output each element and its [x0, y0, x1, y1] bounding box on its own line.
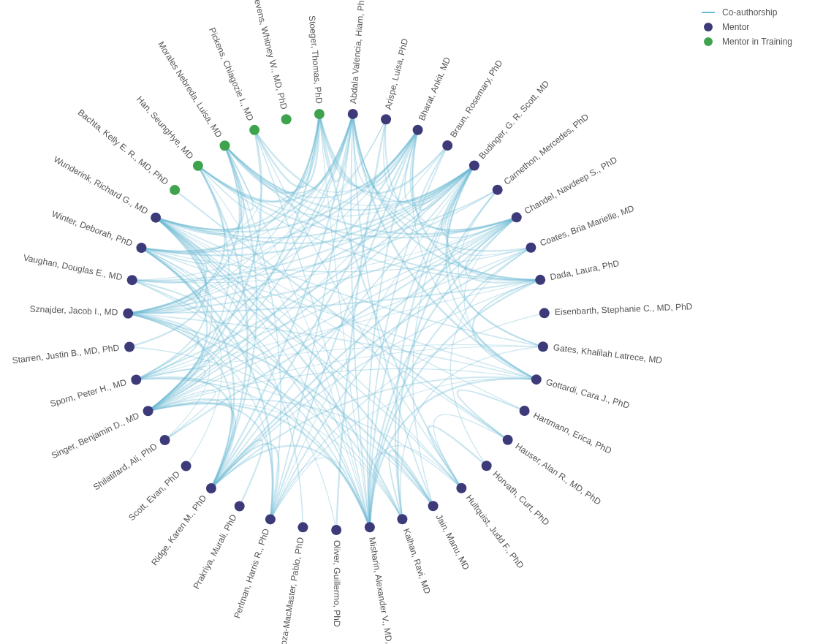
- node-mentor[interactable]: [131, 374, 141, 384]
- node-label: Jain, Manu, MD: [434, 512, 472, 572]
- node-label: Hartmann, Erica, PhD: [532, 410, 614, 456]
- node-mentor[interactable]: [539, 308, 550, 318]
- node-label: Singer, Benjamin D., MD: [50, 410, 141, 461]
- node-trainee[interactable]: [249, 125, 259, 135]
- node-mentor[interactable]: [469, 161, 479, 171]
- node-mentor[interactable]: [456, 483, 466, 493]
- legend-trainee: Mentor in Training: [704, 37, 792, 47]
- node-label: Chandel, Navdeep S., PhD: [523, 154, 619, 216]
- node-label: Coates, Bria Marielle, MD: [539, 203, 636, 249]
- legend-trainee-icon: [704, 37, 713, 46]
- node-trainee[interactable]: [170, 185, 180, 195]
- labels-layer: Abdala Valencia, Hiam, PhDArispe, Luisa,…: [12, 0, 693, 644]
- node-mentor[interactable]: [151, 213, 161, 223]
- node-label: Scott, Evan, PhD: [126, 469, 182, 523]
- node-mentor[interactable]: [331, 525, 341, 535]
- node-trainee[interactable]: [281, 114, 292, 124]
- node-mentor[interactable]: [428, 501, 439, 511]
- node-mentor[interactable]: [365, 522, 375, 532]
- node-label: Horvath, Curt, PhD: [490, 469, 551, 528]
- legend: Co-authorship Mentor Mentor in Training: [702, 7, 792, 47]
- node-label: Stevens, Whitney W., MD, PhD: [250, 0, 289, 111]
- node-label: Abdala Valencia, Hiam, PhD: [348, 0, 367, 104]
- node-mentor[interactable]: [127, 275, 137, 285]
- node-mentor[interactable]: [136, 243, 146, 253]
- node-mentor[interactable]: [413, 125, 423, 135]
- coauthorship-edge: [270, 217, 517, 519]
- node-mentor[interactable]: [297, 522, 308, 532]
- node-label: Eisenbarth, Stephanie C., MD, PhD: [554, 301, 693, 317]
- node-label: Han, SeungHye, MD: [134, 94, 196, 162]
- node-mentor[interactable]: [442, 140, 452, 151]
- node-label: Sznajder, Jacob I., MD: [29, 304, 118, 318]
- node-label: Braun, Rosemary, PhD: [448, 58, 504, 139]
- node-mentor[interactable]: [381, 114, 391, 124]
- node-label: Shilatifard, Ali, PhD: [91, 441, 159, 492]
- legend-mentor-label: Mentor: [722, 22, 749, 32]
- legend-mentor: Mentor: [704, 22, 749, 32]
- node-label: Starren, Justin B., MD, PhD: [12, 342, 120, 365]
- node-label: Stoeger, Thomas, PhD: [307, 15, 325, 105]
- node-label: Misharin, Alexander V., MD, PhD: [367, 537, 398, 644]
- coauthorship-edge: [428, 426, 487, 488]
- node-mentor[interactable]: [143, 406, 153, 416]
- node-mentor[interactable]: [397, 514, 407, 524]
- legend-trainee-label: Mentor in Training: [722, 37, 792, 47]
- node-label: Penaloza-MacMaster, Pablo, PhD: [275, 537, 306, 644]
- node-mentor[interactable]: [235, 501, 245, 511]
- legend-edge-label: Co-authorship: [722, 7, 778, 18]
- node-mentor[interactable]: [538, 341, 548, 352]
- node-label: Prakriya, Murali, PhD: [191, 512, 239, 591]
- node-label: Perlman, Harris R., PhD: [232, 527, 271, 620]
- node-mentor[interactable]: [124, 342, 134, 352]
- node-label: Vaughan, Douglas E., MD: [23, 252, 124, 282]
- node-label: Dada, Laura, PhD: [549, 258, 620, 282]
- node-label: Arispe, Luisa, PhD: [383, 37, 410, 110]
- node-mentor[interactable]: [493, 185, 503, 195]
- node-mentor[interactable]: [160, 435, 170, 445]
- node-mentor[interactable]: [482, 461, 492, 471]
- node-mentor[interactable]: [348, 109, 358, 119]
- node-mentor[interactable]: [123, 308, 133, 319]
- node-label: Pickens, Chiagozie I., MD: [207, 26, 256, 123]
- node-label: Kalhan, Ravi, MD: [401, 527, 433, 595]
- node-label: Gottardi, Cara J., PhD: [545, 377, 632, 411]
- node-mentor[interactable]: [181, 461, 191, 471]
- node-trainee[interactable]: [220, 140, 230, 151]
- node-label: Gates, Khalilah Latrece, MD: [553, 342, 663, 365]
- coauthorship-network: Abdala Valencia, Hiam, PhDArispe, Luisa,…: [0, 0, 823, 644]
- node-mentor[interactable]: [535, 275, 545, 285]
- node-label: Hultquist, Judd F., PhD: [464, 493, 526, 570]
- node-label: Winter, Deborah, PhD: [50, 208, 134, 249]
- node-label: Bharat, Ankit, MD: [417, 56, 453, 123]
- coauthorship-edge: [211, 444, 279, 520]
- node-label: Oliver, Guillermo, PhD: [332, 540, 342, 627]
- node-label: Ridge, Karen M., PhD: [149, 493, 208, 567]
- node-mentor[interactable]: [531, 374, 542, 384]
- node-mentor[interactable]: [206, 483, 216, 493]
- node-trainee[interactable]: [314, 109, 325, 119]
- node-label: Sporn, Peter H., MD: [49, 377, 128, 409]
- legend-edge: Co-authorship: [702, 7, 778, 18]
- node-mentor[interactable]: [512, 212, 522, 222]
- node-mentor[interactable]: [503, 435, 513, 445]
- legend-mentor-icon: [704, 23, 713, 31]
- node-mentor[interactable]: [520, 406, 530, 416]
- node-trainee[interactable]: [193, 161, 203, 171]
- node-mentor[interactable]: [526, 243, 536, 253]
- coauthorship-edge: [473, 280, 541, 379]
- node-mentor[interactable]: [265, 514, 276, 524]
- coauthorship-edge: [319, 114, 353, 181]
